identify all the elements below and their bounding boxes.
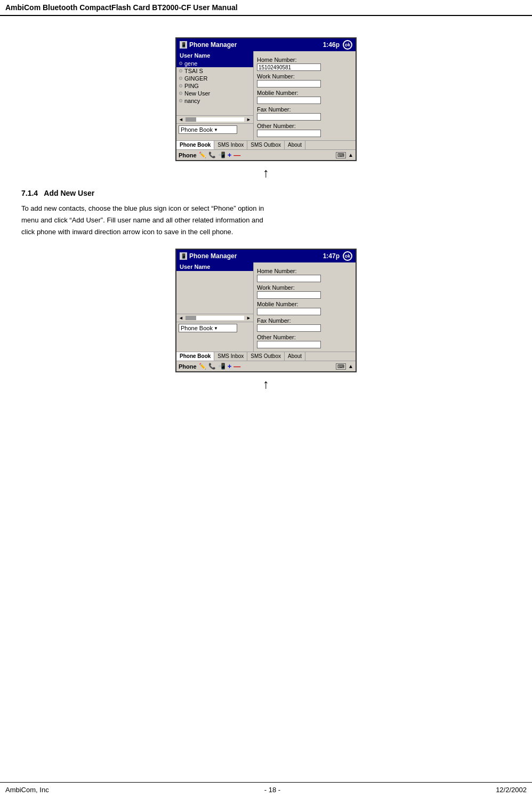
user-icon-tsai: ⚙ [179, 68, 183, 74]
page-header: AmbiCom Bluetooth CompactFlash Card BT20… [0, 0, 532, 16]
toolbar-label-1: Phone [179, 152, 197, 158]
phone-out-icon-2[interactable]: 📞 [208, 363, 216, 370]
dropdown-value-2: Phone Book [181, 325, 213, 331]
dropdown-value-1: Phone Book [181, 126, 213, 133]
fax-input-1[interactable] [257, 113, 321, 121]
right-panel-1: Home Number: 15102490581 Work Number: Mo… [254, 51, 356, 140]
phone-book-dropdown-1[interactable]: Phone Book ▼ [179, 125, 237, 134]
scroll-right-2[interactable]: ► [246, 315, 251, 321]
dropdown-area-1: Phone Book ▼ [176, 123, 253, 136]
scroll-up-icon-1[interactable]: ▲ [348, 152, 353, 158]
tab-smsoutbox-1[interactable]: SMS Outbox [247, 141, 285, 149]
tabs-2: Phone Book SMS Inbox SMS Outbox About [176, 352, 356, 361]
work-input-2[interactable] [257, 291, 321, 299]
page-title: AmbiCom Bluetooth CompactFlash Card BT20… [5, 3, 238, 12]
user-icon-ginger: ⚙ [179, 76, 183, 81]
tab-smsinbox-1[interactable]: SMS Inbox [214, 141, 247, 149]
titlebar-2: 📱 Phone Manager 1:47p ok [176, 250, 356, 262]
page-footer: AmbiCom, Inc - 18 - 12/2/2002 [0, 782, 532, 797]
scroll-thumb-1 [186, 117, 196, 122]
delete-icon-1[interactable]: — [233, 151, 240, 159]
tab-phonebook-1[interactable]: Phone Book [176, 141, 214, 149]
home-label-2: Home Number: [257, 268, 352, 274]
tab-about-2[interactable]: About [285, 352, 305, 361]
fax-input-2[interactable] [257, 324, 321, 332]
mobile-label-2: Moblie Number: [257, 301, 352, 307]
phone-out-icon-1[interactable]: 📞 [208, 152, 216, 158]
user-icon-nancy: ⚙ [179, 98, 183, 103]
left-panel-1: User Name ⚙ gene ⚙ TSAI S ⚙ GINGER [176, 51, 254, 140]
user-name-nancy: nancy [184, 98, 200, 104]
left-panel-2: User Name ◄ ► Phone Book [176, 262, 254, 352]
app-icon-2: 📱 [180, 252, 187, 260]
add-icon-1[interactable]: + [228, 151, 232, 159]
fax-label-1: Fax Number: [257, 106, 352, 113]
user-row-gene[interactable]: ⚙ gene [176, 60, 253, 67]
home-input-2[interactable] [257, 275, 321, 282]
user-row-nancy[interactable]: ⚙ nancy [176, 97, 253, 105]
mobile-input-1[interactable] [257, 97, 321, 104]
user-row-ping[interactable]: ⚙ PING [176, 82, 253, 90]
user-name-ping: PING [184, 83, 199, 89]
user-icon-ping: ⚙ [179, 83, 183, 89]
add-icon-2[interactable]: + [228, 362, 232, 370]
time-2: 1:47p [323, 252, 340, 260]
footer-date: 12/2/2002 [496, 786, 527, 794]
phone-book-dropdown-2[interactable]: Phone Book ▼ [179, 324, 237, 332]
screenshot1-container: 📱 Phone Manager 1:46p ok User Name ⚙ gen… [21, 37, 511, 161]
phone-in-icon-2[interactable]: 📲 [218, 363, 225, 370]
titlebar-left-1: 📱 Phone Manager [180, 41, 237, 49]
tab-about-1[interactable]: About [285, 141, 305, 149]
user-icon-gene: ⚙ [179, 61, 183, 66]
app-name-1: Phone Manager [189, 41, 237, 49]
other-label-2: Other Number: [257, 334, 352, 340]
edit-icon-2[interactable]: ✏️ [199, 363, 206, 370]
other-input-2[interactable] [257, 341, 321, 348]
tab-smsoutbox-2[interactable]: SMS Outbox [247, 352, 285, 361]
keyboard-icon-2[interactable]: ⌨ [336, 363, 346, 370]
user-row-ginger[interactable]: ⚙ GINGER [176, 75, 253, 82]
scroll-track-2 [186, 316, 244, 320]
edit-icon-1[interactable]: ✏️ [199, 152, 206, 158]
work-label-1: Work Number: [257, 73, 352, 79]
home-input-1[interactable]: 15102490581 [257, 63, 321, 71]
desc-line3: click phone with inward direction arrow … [21, 228, 233, 236]
scroll-up-icon-2[interactable]: ▲ [348, 363, 353, 369]
scroll-right-1[interactable]: ► [246, 117, 251, 122]
desc-line2: menu and click “Add User”. Fill user nam… [21, 216, 263, 224]
col-header-2: User Name [176, 262, 253, 271]
tab-phonebook-2[interactable]: Phone Book [176, 352, 214, 361]
user-row-tsai[interactable]: ⚙ TSAI S [176, 67, 253, 75]
scroll-left-2[interactable]: ◄ [179, 315, 183, 321]
section-title-text: Add New User [44, 189, 94, 197]
delete-icon-2[interactable]: — [233, 362, 240, 370]
toolbar-2: Phone ✏️ 📞 📲 + — ⌨ ▲ [176, 361, 356, 371]
arrow-down-2: ↑ [21, 378, 511, 390]
app-icon-1: 📱 [180, 41, 187, 49]
tab-smsinbox-2[interactable]: SMS Inbox [214, 352, 247, 361]
section-title: 7.1.4 Add New User [21, 189, 511, 197]
keyboard-icon-1[interactable]: ⌨ [336, 152, 346, 158]
scrollbar-1: ◄ ► [176, 115, 253, 123]
time-1: 1:46p [323, 41, 340, 49]
arrow-down-1: ↑ [21, 166, 511, 179]
scroll-left-1[interactable]: ◄ [179, 117, 183, 122]
col-header-1: User Name [176, 51, 253, 60]
dropdown-arrow-2: ▼ [214, 326, 218, 331]
phone-in-icon-1[interactable]: 📲 [218, 152, 225, 158]
user-row-newuser[interactable]: ⚙ New User [176, 90, 253, 97]
right-top-2: Home Number: Work Number: Moblie Number:… [257, 265, 352, 348]
mobile-label-1: Moblie Number: [257, 90, 352, 96]
mobile-input-2[interactable] [257, 308, 321, 315]
body-1: User Name ⚙ gene ⚙ TSAI S ⚙ GINGER [176, 51, 356, 140]
ok-button-1[interactable]: ok [343, 40, 352, 50]
ok-button-2[interactable]: ok [343, 251, 352, 261]
fax-label-2: Fax Number: [257, 317, 352, 324]
work-input-1[interactable] [257, 80, 321, 87]
app-name-2: Phone Manager [189, 252, 237, 260]
titlebar-left-2: 📱 Phone Manager [180, 252, 237, 260]
other-input-1[interactable] [257, 130, 321, 137]
dropdown-area-2: Phone Book ▼ [176, 322, 253, 334]
desc-line1: To add new contacts, choose the blue plu… [21, 204, 264, 212]
screenshot2-container: 📱 Phone Manager 1:47p ok User Name ◄ [21, 249, 511, 372]
